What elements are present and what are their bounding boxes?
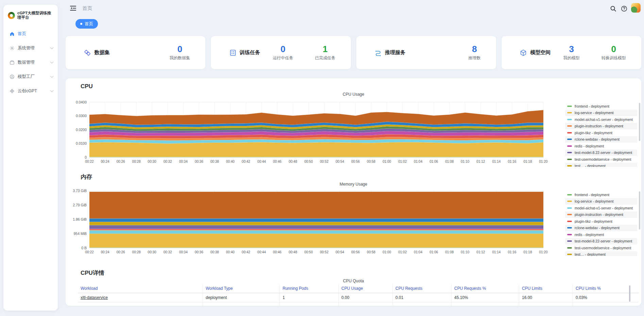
sidebar-collapse-icon[interactable] xyxy=(70,5,76,12)
legend-item[interactable]: plugin-instruction - deployment xyxy=(565,211,637,218)
legend-item[interactable]: test-usermodelservice - deployment xyxy=(565,156,637,163)
svg-text:00:32: 00:32 xyxy=(164,160,172,163)
table-header-cell[interactable]: CPU Limits xyxy=(519,284,573,293)
workload-link[interactable]: xltl-dataservice xyxy=(81,295,108,300)
sidebar-item-cloud[interactable]: 云创cGPT xyxy=(5,85,56,97)
app-logo-row: cGPT大模型训练推理平台 xyxy=(3,5,58,22)
legend-item[interactable]: redis - deployment xyxy=(565,231,637,238)
svg-text:01:00: 01:00 xyxy=(383,250,391,254)
stat-metric-caption: 运行中任务 xyxy=(273,55,293,61)
svg-text:0.0100: 0.0100 xyxy=(76,141,87,145)
table-header-cell[interactable]: CPU Usage xyxy=(338,284,392,293)
sidebar-menu: 首页系统管理数据管理模型工厂云创cGPT xyxy=(3,28,58,97)
sidebar-item-label: 数据管理 xyxy=(18,60,35,65)
svg-text:00:42: 00:42 xyxy=(242,160,250,163)
svg-text:1.86 GiB: 1.86 GiB xyxy=(73,217,87,221)
svg-text:00:24: 00:24 xyxy=(101,160,109,163)
table-header-cell[interactable]: CPU Requests xyxy=(392,284,451,293)
tab-home[interactable]: 首页 xyxy=(75,19,98,29)
stat-metric-value: 1 xyxy=(315,45,335,53)
sidebar-item-label: 首页 xyxy=(18,31,26,37)
legend-label: rclone-webdav - deployment xyxy=(575,137,620,141)
gear-icon xyxy=(10,46,15,51)
svg-text:00:48: 00:48 xyxy=(289,250,297,254)
sidebar-item-label: 云创cGPT xyxy=(18,88,37,94)
stat-metric-caption: 已完成任务 xyxy=(315,55,335,61)
svg-text:00:36: 00:36 xyxy=(195,160,203,163)
stat-metric-caption: 转换训练模型 xyxy=(601,55,626,61)
legend-label: log-service - deployment xyxy=(575,199,613,203)
svg-text:01:16: 01:16 xyxy=(508,250,516,254)
legend-label: plugin-tikz - deployment xyxy=(575,219,612,223)
legend-label: test-usermodelservice - deployment xyxy=(575,246,631,250)
user-avatar[interactable] xyxy=(631,3,641,13)
legend-item[interactable]: test… - deployment xyxy=(565,163,637,167)
legend-item[interactable]: plugin-instruction - deployment xyxy=(565,123,637,130)
cube-icon xyxy=(520,49,527,57)
help-icon[interactable] xyxy=(621,5,627,13)
table-cell xyxy=(338,302,392,306)
sidebar-item-data[interactable]: 数据管理 xyxy=(5,57,56,68)
stat-card-inference: 推理服务8推理数 xyxy=(356,36,496,69)
legend-label: frontend - deployment xyxy=(575,193,609,197)
svg-text:01:18: 01:18 xyxy=(523,250,532,254)
chevron-down-icon xyxy=(50,46,54,49)
svg-text:00:34: 00:34 xyxy=(179,250,188,254)
table-header-cell[interactable]: Workload xyxy=(78,284,203,293)
legend-label: plugin-instruction - deployment xyxy=(575,124,623,128)
legend-item[interactable]: frontend - deployment xyxy=(565,191,637,198)
legend-item[interactable]: plugin-tikz - deployment xyxy=(565,218,637,225)
cpu-legend-scrollbar[interactable] xyxy=(639,103,640,141)
svg-text:00:26: 00:26 xyxy=(117,160,125,163)
legend-item[interactable]: redis - deployment xyxy=(565,143,637,149)
svg-text:01:02: 01:02 xyxy=(398,160,407,163)
legend-item[interactable]: model-aichat-v1-server - deployment xyxy=(565,116,637,123)
sidebar-item-factory[interactable]: 模型工厂 xyxy=(5,71,56,82)
svg-text:01:04: 01:04 xyxy=(414,250,422,254)
chevron-down-icon xyxy=(50,74,54,78)
svg-text:00:44: 00:44 xyxy=(257,250,266,254)
table-cell: 45.10% xyxy=(451,293,519,302)
legend-item[interactable]: model-aichat-v1-server - deployment xyxy=(565,205,637,211)
legend-item[interactable]: test-model-8.22-server - deployment xyxy=(565,149,637,156)
legend-item[interactable]: test… - deployment xyxy=(565,251,637,256)
sidebar-item-system[interactable]: 系统管理 xyxy=(5,42,56,54)
legend-item[interactable]: plugin-tikz - deployment xyxy=(565,129,637,136)
tasks-icon xyxy=(229,49,237,57)
legend-item[interactable]: test-usermodelservice - deployment xyxy=(565,244,637,251)
svg-text:00:40: 00:40 xyxy=(226,250,235,254)
memory-legend-scrollbar[interactable] xyxy=(639,191,640,230)
svg-text:0: 0 xyxy=(85,155,87,159)
legend-swatch-icon xyxy=(567,112,572,113)
search-icon[interactable] xyxy=(610,5,616,13)
memory-section-heading: 内存 xyxy=(81,173,92,181)
stat-metric: 0我的数据集 xyxy=(170,45,190,61)
sidebar-item-home[interactable]: 首页 xyxy=(5,28,56,40)
dataset-icon xyxy=(84,49,91,57)
svg-text:00:38: 00:38 xyxy=(210,250,219,254)
cpu-details-heading: CPU详情 xyxy=(81,269,104,277)
tab-active-dot-icon xyxy=(80,23,82,25)
svg-text:00:48: 00:48 xyxy=(289,160,297,163)
table-scrollbar[interactable] xyxy=(629,285,630,302)
svg-text:00:54: 00:54 xyxy=(336,160,344,163)
legend-item[interactable]: rclone-webdav - deployment xyxy=(565,136,637,143)
svg-text:01:10: 01:10 xyxy=(461,250,469,254)
svg-text:01:20: 01:20 xyxy=(539,160,547,163)
legend-item[interactable]: rclone-webdav - deployment xyxy=(565,225,637,232)
legend-swatch-icon xyxy=(567,234,572,235)
legend-label: rclone-webdav - deployment xyxy=(575,226,620,230)
stat-metric-value: 0 xyxy=(273,45,293,53)
legend-item[interactable]: log-service - deployment xyxy=(565,110,637,116)
stat-metric-value: 0 xyxy=(601,45,626,53)
svg-text:00:44: 00:44 xyxy=(257,160,266,163)
legend-item[interactable]: frontend - deployment xyxy=(565,103,637,110)
svg-text:00:28: 00:28 xyxy=(132,250,141,254)
table-header-cell[interactable]: Running Pods xyxy=(279,284,338,293)
legend-item[interactable]: test-model-8.22-server - deployment xyxy=(565,238,637,245)
table-cell xyxy=(203,302,279,306)
table-header-cell[interactable]: Workload Type xyxy=(203,284,279,293)
table-header-cell[interactable]: CPU Limits % xyxy=(573,284,639,293)
table-header-cell[interactable]: CPU Requests % xyxy=(451,284,519,293)
legend-item[interactable]: log-service - deployment xyxy=(565,198,637,205)
